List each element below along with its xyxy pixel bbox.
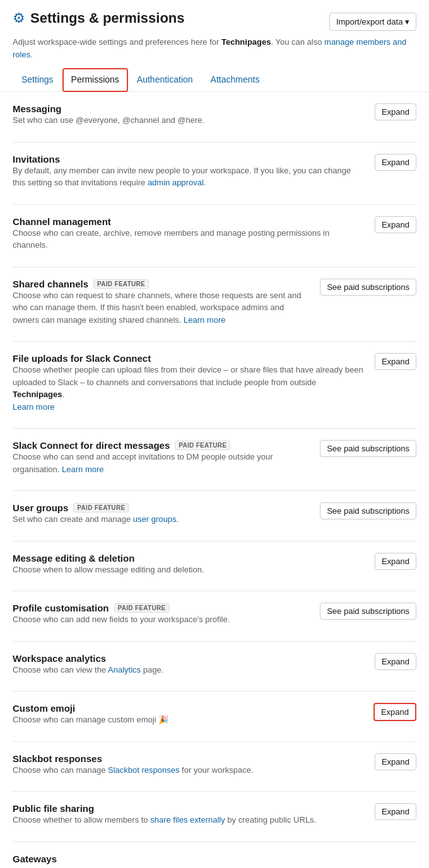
paid-badge-shared-channels: PAID FEATURE [93,279,149,289]
title-row-invitations: Invitations [13,154,365,165]
section-title-gateways: Gateways [13,854,57,864]
section-desc-shared-channels: Choose who can request to share channels… [13,289,310,327]
section-desc-slackbot-responses: Choose who can manage Slackbot responses… [13,764,254,777]
section-workspace-analytics: Workspace analytics Choose who can view … [13,642,416,692]
header: ⚙ Settings & permissions Import/export d… [0,0,429,36]
content: Messaging Set who can use @everyone, @ch… [0,92,429,868]
subtitle: Adjust workspace-wide settings and prefe… [0,36,429,68]
section-file-uploads: File uploads for Slack Connect Choose wh… [13,342,416,429]
expand-button-channel-management[interactable]: Expand [375,216,416,233]
expand-button-file-uploads[interactable]: Expand [375,353,416,370]
section-header-public-file-sharing: Public file sharing Choose whether to al… [13,803,416,826]
section-title-shared-channels: Shared channels [13,279,88,289]
section-header-slack-connect-dm: Slack Connect for direct messages PAID F… [13,440,416,475]
section-header-file-uploads: File uploads for Slack Connect Choose wh… [13,353,416,413]
expand-button-slackbot-responses[interactable]: Expand [375,753,416,770]
title-row-custom-emoji: Custom emoji [13,703,168,714]
section-header-gateways: Gateways ℹ Slack no longer supports conn… [13,854,416,869]
section-desc-messaging: Set who can use @everyone, @channel and … [13,114,204,127]
paid-button-profile-customisation[interactable]: See paid subscriptions [320,603,416,620]
title-row-user-groups: User groups PAID FEATURE [13,502,179,513]
section-user-groups: User groups PAID FEATURE Set who can cre… [13,491,416,541]
section-desc-invitations: By default, any member can invite new pe… [13,165,365,189]
paid-badge-slack-connect-dm: PAID FEATURE [175,441,230,450]
section-desc-file-uploads: Choose whether people can upload files f… [13,364,365,413]
tabs: Settings Permissions Authentication Atta… [0,68,429,92]
section-public-file-sharing: Public file sharing Choose whether to al… [13,792,416,842]
tab-permissions[interactable]: Permissions [62,68,128,92]
expand-button-public-file-sharing[interactable]: Expand [375,803,416,820]
expand-button-custom-emoji[interactable]: Expand [373,703,416,721]
header-left: ⚙ Settings & permissions [13,10,185,26]
section-title-invitations: Invitations [13,154,60,165]
section-desc-public-file-sharing: Choose whether to allow members to share… [13,814,316,826]
title-row-message-editing: Message editing & deletion [13,553,204,564]
admin-approval-link[interactable]: admin approval [148,178,204,187]
section-desc-channel-management: Choose who can create, archive, remove m… [13,227,365,252]
tab-authentication[interactable]: Authentication [128,68,202,92]
section-title-custom-emoji: Custom emoji [13,703,75,714]
tab-attachments[interactable]: Attachments [202,68,269,92]
analytics-link[interactable]: Analytics [108,665,141,674]
section-desc-profile-customisation: Choose who can add new fields to your wo… [13,613,230,626]
expand-button-invitations[interactable]: Expand [375,154,416,171]
paid-button-slack-connect-dm[interactable]: See paid subscriptions [320,440,416,457]
section-desc-slack-connect-dm: Choose who can send and accept invitatio… [13,451,310,475]
subtitle-text-after: . You can also [271,37,324,47]
paid-badge-user-groups: PAID FEATURE [73,503,129,512]
title-row-slack-connect-dm: Slack Connect for direct messages PAID F… [13,440,310,451]
section-header-custom-emoji: Custom emoji Choose who can manage custo… [13,703,416,726]
section-header-invitations: Invitations By default, any member can i… [13,154,416,189]
expand-button-workspace-analytics[interactable]: Expand [375,653,416,670]
page-wrapper: ⚙ Settings & permissions Import/export d… [0,0,429,868]
technipages-bold: Technipages [13,390,62,399]
title-row-public-file-sharing: Public file sharing [13,803,316,814]
page-title: Settings & permissions [30,10,185,26]
paid-button-user-groups[interactable]: See paid subscriptions [320,502,416,519]
section-desc-custom-emoji: Choose who can manage custom emoji 🎉 [13,714,168,726]
share-files-externally-link[interactable]: share files externally [150,815,225,825]
title-row-channel-management: Channel management [13,216,365,227]
section-slackbot-responses: Slackbot responses Choose who can manage… [13,742,416,792]
section-title-profile-customisation: Profile customisation [13,603,109,613]
paid-badge-profile-customisation: PAID FEATURE [114,603,170,613]
gear-icon: ⚙ [13,11,25,25]
section-header-messaging: Messaging Set who can use @everyone, @ch… [13,103,416,127]
section-header-user-groups: User groups PAID FEATURE Set who can cre… [13,502,416,526]
title-row-slackbot-responses: Slackbot responses [13,753,254,764]
expand-button-message-editing[interactable]: Expand [375,553,416,570]
title-row-gateways: Gateways [13,854,416,864]
section-messaging: Messaging Set who can use @everyone, @ch… [13,92,416,142]
file-uploads-learn-more-link[interactable]: Learn more [13,402,54,412]
title-row-shared-channels: Shared channels PAID FEATURE [13,279,310,289]
title-row-messaging: Messaging [13,103,204,114]
title-row-profile-customisation: Profile customisation PAID FEATURE [13,603,230,613]
paid-button-shared-channels[interactable]: See paid subscriptions [320,279,416,296]
section-header-profile-customisation: Profile customisation PAID FEATURE Choos… [13,603,416,626]
section-title-workspace-analytics: Workspace analytics [13,653,106,664]
slack-connect-dm-learn-more-link[interactable]: Learn more [62,465,103,474]
section-gateways: Gateways ℹ Slack no longer supports conn… [13,842,416,869]
title-row-workspace-analytics: Workspace analytics [13,653,163,664]
section-invitations: Invitations By default, any member can i… [13,142,416,205]
section-header-shared-channels: Shared channels PAID FEATURE Choose who … [13,279,416,327]
subtitle-text-before: Adjust workspace-wide settings and prefe… [13,37,221,47]
slackbot-responses-link[interactable]: Slackbot responses [108,765,179,775]
section-title-slack-connect-dm: Slack Connect for direct messages [13,440,170,451]
section-header-slackbot-responses: Slackbot responses Choose who can manage… [13,753,416,777]
section-title-message-editing: Message editing & deletion [13,553,134,564]
section-title-channel-management: Channel management [13,216,111,227]
section-title-public-file-sharing: Public file sharing [13,803,94,814]
tab-settings[interactable]: Settings [13,68,62,92]
user-groups-link[interactable]: user groups [133,514,177,524]
section-channel-management: Channel management Choose who can create… [13,205,416,267]
section-title-file-uploads: File uploads for Slack Connect [13,353,151,364]
section-header-channel-management: Channel management Choose who can create… [13,216,416,252]
import-export-button[interactable]: Import/export data ▾ [329,13,416,31]
section-message-editing: Message editing & deletion Choose when t… [13,541,416,592]
section-desc-user-groups: Set who can create and manage user group… [13,513,179,526]
section-header-workspace-analytics: Workspace analytics Choose who can view … [13,653,416,676]
shared-channels-learn-more-link[interactable]: Learn more [184,315,225,325]
expand-button-messaging[interactable]: Expand [375,103,416,120]
section-profile-customisation: Profile customisation PAID FEATURE Choos… [13,591,416,642]
